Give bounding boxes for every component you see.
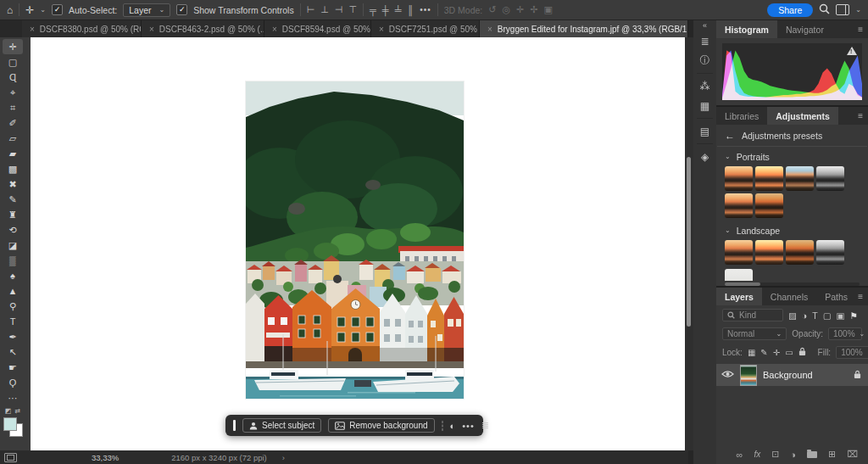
preset-thumbnail[interactable] (755, 166, 783, 191)
color-swatches[interactable] (3, 417, 23, 437)
close-icon[interactable]: × (30, 25, 35, 34)
canvas-photo-bryggen[interactable] (246, 81, 464, 399)
layer-lock-icon[interactable] (854, 370, 861, 381)
blur-tool[interactable]: ♠ (3, 268, 23, 283)
lock-artboard-icon[interactable]: ▭ (785, 348, 793, 357)
layer-effects-icon[interactable]: fx (754, 450, 760, 459)
blend-mode-dropdown[interactable]: Normal ⌄ (722, 327, 787, 340)
new-group-icon[interactable] (807, 451, 817, 458)
tab-navigator[interactable]: Navigator (777, 20, 832, 38)
preset-thumbnail[interactable] (755, 240, 783, 265)
panel-menu-icon[interactable]: ≡ (858, 25, 863, 34)
layer-thumbnail[interactable] (740, 365, 757, 386)
preset-thumbnail[interactable] (725, 166, 753, 191)
layer-row-background[interactable]: Background (716, 364, 868, 386)
more-options-icon[interactable]: ••• (420, 5, 431, 14)
chevron-down-icon[interactable]: ⌄ (855, 7, 861, 14)
align-right-icon[interactable]: ⊣ (335, 4, 343, 15)
preset-thumbnail[interactable] (725, 269, 753, 281)
workspace-switcher-icon[interactable] (836, 4, 849, 15)
document-tab[interactable]: × DSCF8380.psd @ 50% (RG... (22, 20, 142, 37)
foreground-color-swatch[interactable] (3, 417, 17, 431)
dodge-tool[interactable]: ⚲ (3, 299, 23, 314)
content-aware-move-tool[interactable]: ✖ (3, 176, 23, 192)
expand-panels-icon[interactable]: « (703, 21, 707, 31)
close-icon[interactable]: × (272, 25, 277, 34)
eraser-tool[interactable]: ◪ (3, 238, 23, 253)
canvas-scrollbar[interactable] (685, 37, 693, 450)
auto-select-target-dropdown[interactable]: Layer ⌄ (123, 3, 170, 17)
3d-panel-icon[interactable]: ◈ (695, 148, 715, 165)
zoom-tool[interactable]: Ϙ (3, 375, 23, 390)
gradient-tool[interactable]: ▒ (3, 253, 23, 268)
properties-panel-icon[interactable]: ≣ (695, 32, 715, 50)
eyedropper-tool[interactable]: ✐ (3, 115, 23, 131)
more-icon[interactable]: ••• (462, 421, 475, 431)
tab-libraries[interactable]: Libraries (716, 107, 767, 125)
panel-menu-icon[interactable]: ≡ (858, 111, 863, 120)
status-chevron-icon[interactable]: › (282, 453, 285, 462)
auto-select-checkbox[interactable]: ✓ (52, 4, 63, 15)
history-brush-tool[interactable]: ⟲ (3, 222, 23, 238)
tab-layers[interactable]: Layers (716, 288, 762, 305)
scrollbar-thumb[interactable] (687, 157, 691, 327)
lock-all-icon[interactable] (798, 347, 806, 358)
new-layer-icon[interactable]: ⊞ (828, 449, 836, 460)
adjustments-presets-back[interactable]: ← Adjustments presets (716, 125, 868, 146)
crop-tool[interactable]: ⌗ (3, 100, 23, 115)
document-tab-active[interactable]: × Bryggen Edited for Instagram.jpf @ 33,… (480, 20, 688, 37)
screen-mode-icon[interactable] (4, 453, 17, 462)
add-mask-icon[interactable]: ⊡ (771, 449, 779, 460)
type-tool[interactable]: T (3, 314, 23, 329)
new-adjustment-layer-icon[interactable]: ◑ (790, 450, 796, 460)
tab-histogram[interactable]: Histogram (716, 20, 777, 38)
distribute-center-icon[interactable]: ╪ (382, 5, 389, 15)
taskbar-settings-icon[interactable]: ≣ (481, 420, 489, 431)
filter-shape-layers-icon[interactable]: ▢ (823, 310, 832, 321)
preset-thumbnail[interactable] (816, 240, 844, 265)
document-tab[interactable]: × DSCF7251.psd @ 50% (RG... (371, 20, 480, 37)
preset-thumbnail[interactable] (755, 193, 783, 218)
distribute-bottom-icon[interactable]: ╧ (395, 5, 402, 15)
lock-position-icon[interactable]: ✛ (773, 348, 780, 357)
lock-pixels-icon[interactable]: ✎ (760, 348, 767, 357)
close-icon[interactable]: × (487, 25, 492, 34)
search-icon[interactable] (819, 3, 830, 16)
tab-channels[interactable]: Channels (762, 288, 816, 305)
preset-thumbnail[interactable] (725, 193, 753, 218)
preset-thumbnail[interactable] (725, 240, 753, 265)
filter-adjustment-layers-icon[interactable]: ◑ (802, 310, 807, 321)
panel-menu-icon[interactable]: ≡ (858, 292, 863, 301)
document-canvas[interactable] (31, 37, 685, 450)
section-portraits[interactable]: ⌄ Portraits (716, 147, 868, 165)
color-panel-icon[interactable]: ⁂ (695, 77, 715, 95)
document-tab[interactable]: × DSCF8594.psd @ 50% (Ba... (264, 20, 371, 37)
remove-background-button[interactable]: Remove background (328, 418, 434, 433)
document-tab[interactable]: × DSCF8463-2.psd @ 50% (... (142, 20, 264, 37)
path-selection-tool[interactable]: ↖ (3, 344, 23, 360)
spot-healing-tool[interactable]: ▱ (3, 131, 23, 146)
move-tool-caret-icon[interactable]: ⌄ (40, 7, 46, 14)
distribute-horizontal-icon[interactable]: ║ (407, 5, 414, 15)
swatches-panel-icon[interactable]: ▦ (695, 97, 715, 115)
preset-thumbnail[interactable] (816, 166, 844, 191)
filter-pixel-layers-icon[interactable]: ▨ (788, 310, 797, 321)
default-colors-icon[interactable]: ◩ (5, 407, 12, 415)
switch-colors-icon[interactable]: ⇄ (14, 407, 20, 415)
show-transform-checkbox[interactable]: ✓ (176, 4, 187, 15)
preset-thumbnail[interactable] (786, 166, 814, 191)
align-middle-icon[interactable]: ⊤ (348, 4, 357, 15)
tab-adjustments[interactable]: Adjustments (767, 107, 838, 125)
align-center-h-icon[interactable]: ⊥ (320, 4, 329, 15)
adjustments-icon[interactable]: ◐ (450, 421, 456, 431)
layer-visibility-eye-icon[interactable] (721, 370, 734, 380)
select-subject-button[interactable]: Select subject (242, 418, 321, 433)
taskbar-drag-handle[interactable] (233, 420, 236, 431)
warning-icon[interactable]: ! (847, 47, 857, 55)
hand-tool[interactable]: ☛ (3, 360, 23, 375)
section-landscape[interactable]: ⌄ Landscape (716, 221, 868, 238)
clone-source-panel-icon[interactable]: ▤ (695, 122, 715, 140)
info-panel-icon[interactable]: ⓘ (695, 52, 715, 70)
edit-toolbar-icon[interactable]: ⋯ (3, 390, 23, 405)
presets-scrollbar[interactable] (725, 282, 860, 286)
